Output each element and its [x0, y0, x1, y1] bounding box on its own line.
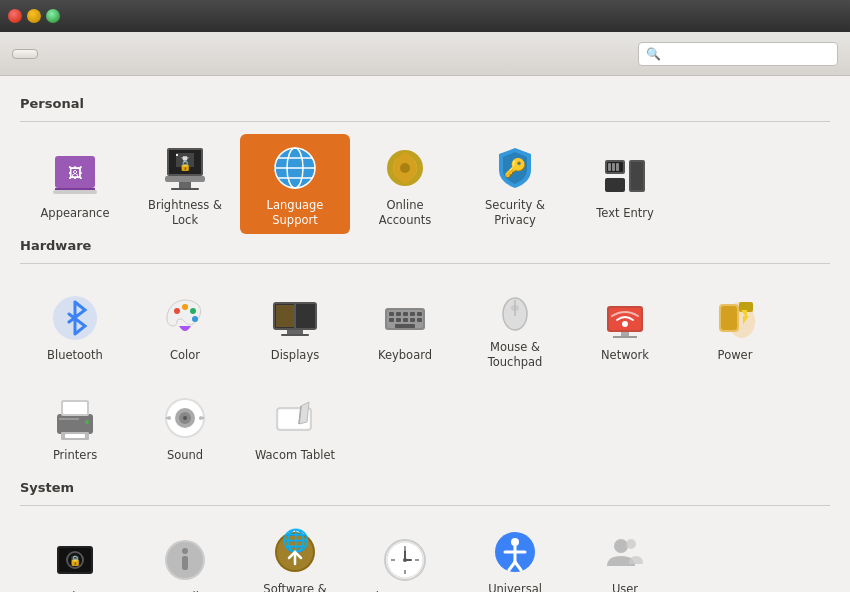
- icon-item-sound[interactable]: Sound: [130, 376, 240, 476]
- icon-item-backups[interactable]: 🔒Backups: [20, 518, 130, 592]
- icon-item-keyboard[interactable]: Keyboard: [350, 276, 460, 376]
- section-label-personal: Personal: [20, 96, 830, 111]
- software-updates-label: Software &Updates: [263, 582, 326, 592]
- power-icon: [711, 294, 759, 342]
- icon-item-online-accounts[interactable]: OnlineAccounts: [350, 134, 460, 234]
- svg-rect-66: [57, 414, 93, 434]
- icon-grid-personal: 🖼Appearance🔒Brightness &LockLanguageSupp…: [20, 134, 830, 234]
- icon-item-language-support[interactable]: LanguageSupport: [240, 134, 350, 234]
- svg-rect-38: [287, 330, 303, 334]
- icon-item-color[interactable]: Color: [130, 276, 240, 376]
- icon-item-user-accounts[interactable]: UserAccounts: [570, 518, 680, 592]
- svg-rect-7: [165, 176, 205, 182]
- icon-item-network[interactable]: Network: [570, 276, 680, 376]
- svg-point-110: [614, 539, 628, 553]
- bluetooth-icon: [51, 294, 99, 342]
- appearance-label: Appearance: [40, 206, 109, 221]
- details-icon: [161, 536, 209, 584]
- universal-access-label: UniversalAccess: [488, 582, 542, 592]
- universal-access-icon: [491, 528, 539, 576]
- svg-rect-10: [176, 154, 178, 156]
- svg-text:🖼: 🖼: [68, 165, 82, 181]
- security-privacy-icon: 🔑: [491, 144, 539, 192]
- online-accounts-label: OnlineAccounts: [379, 198, 431, 228]
- power-label: Power: [718, 348, 753, 363]
- icon-item-details[interactable]: Details: [130, 518, 240, 592]
- icon-item-text-entry[interactable]: Text Entry: [570, 134, 680, 234]
- bluetooth-label: Bluetooth: [47, 348, 103, 363]
- svg-rect-27: [608, 163, 611, 171]
- text-entry-label: Text Entry: [596, 206, 654, 221]
- svg-rect-60: [621, 332, 629, 336]
- wacom-tablet-icon: [271, 394, 319, 442]
- icon-item-mouse-touchpad[interactable]: Mouse &Touchpad: [460, 276, 570, 376]
- language-support-label: LanguageSupport: [267, 198, 324, 228]
- svg-point-77: [183, 416, 187, 420]
- svg-point-34: [192, 316, 198, 322]
- svg-point-111: [626, 539, 636, 549]
- svg-rect-72: [59, 418, 79, 420]
- sound-label: Sound: [167, 448, 203, 463]
- svg-rect-2: [53, 190, 97, 194]
- icon-item-printers[interactable]: Printers: [20, 376, 130, 476]
- svg-rect-44: [396, 312, 401, 316]
- search-box: 🔍: [638, 42, 838, 66]
- svg-rect-61: [613, 336, 637, 338]
- main-content: Personal🖼Appearance🔒Brightness &LockLang…: [0, 76, 850, 592]
- svg-rect-28: [612, 163, 615, 171]
- all-settings-button[interactable]: [12, 49, 38, 59]
- svg-rect-64: [721, 306, 737, 330]
- window-controls: [8, 9, 60, 23]
- appearance-icon: 🖼: [51, 152, 99, 200]
- color-icon: [161, 294, 209, 342]
- keyboard-label: Keyboard: [378, 348, 432, 363]
- icon-item-appearance[interactable]: 🖼Appearance: [20, 134, 130, 234]
- svg-rect-70: [65, 434, 85, 438]
- maximize-button[interactable]: [46, 9, 60, 23]
- icon-item-power[interactable]: Power: [680, 276, 790, 376]
- sound-icon: [161, 394, 209, 442]
- icon-grid-system: 🔒BackupsDetails🌐Software &UpdatesTime & …: [20, 518, 830, 592]
- displays-label: Displays: [271, 348, 319, 363]
- svg-point-31: [174, 308, 180, 314]
- svg-rect-49: [396, 318, 401, 322]
- online-accounts-icon: [381, 144, 429, 192]
- svg-rect-9: [171, 188, 199, 190]
- close-button[interactable]: [8, 9, 22, 23]
- language-support-icon: [271, 144, 319, 192]
- icon-grid-hardware: BluetoothColorDisplaysKeyboardMouse &Tou…: [20, 276, 830, 476]
- printers-label: Printers: [53, 448, 97, 463]
- svg-rect-68: [63, 402, 87, 414]
- icon-item-bluetooth[interactable]: Bluetooth: [20, 276, 130, 376]
- svg-point-59: [622, 321, 628, 327]
- icon-item-displays[interactable]: Displays: [240, 276, 350, 376]
- time-date-icon: [381, 536, 429, 584]
- section-divider-personal: [20, 121, 830, 122]
- icon-item-wacom-tablet[interactable]: Wacom Tablet: [240, 376, 350, 476]
- icon-item-time-date[interactable]: Time & Date: [350, 518, 460, 592]
- text-entry-icon: [601, 152, 649, 200]
- search-input[interactable]: [638, 42, 838, 66]
- icon-item-security-privacy[interactable]: 🔑Security &Privacy: [460, 134, 570, 234]
- svg-rect-40: [276, 305, 294, 327]
- minimize-button[interactable]: [27, 9, 41, 23]
- network-icon: [601, 294, 649, 342]
- section-hardware: HardwareBluetoothColorDisplaysKeyboardMo…: [20, 238, 830, 476]
- section-divider-hardware: [20, 263, 830, 264]
- section-label-hardware: Hardware: [20, 238, 830, 253]
- user-accounts-icon: [601, 528, 649, 576]
- network-label: Network: [601, 348, 649, 363]
- svg-text:🔒: 🔒: [69, 554, 82, 567]
- svg-text:🔒: 🔒: [179, 159, 192, 172]
- icon-item-brightness-lock[interactable]: 🔒Brightness &Lock: [130, 134, 240, 234]
- svg-rect-51: [410, 318, 415, 322]
- backups-icon: 🔒: [51, 536, 99, 584]
- svg-point-89: [182, 548, 188, 554]
- brightness-lock-icon: 🔒: [161, 144, 209, 192]
- security-privacy-label: Security &Privacy: [485, 198, 545, 228]
- icon-item-software-updates[interactable]: 🌐Software &Updates: [240, 518, 350, 592]
- color-label: Color: [170, 348, 200, 363]
- svg-point-33: [190, 308, 196, 314]
- svg-rect-90: [182, 556, 188, 570]
- icon-item-universal-access[interactable]: UniversalAccess: [460, 518, 570, 592]
